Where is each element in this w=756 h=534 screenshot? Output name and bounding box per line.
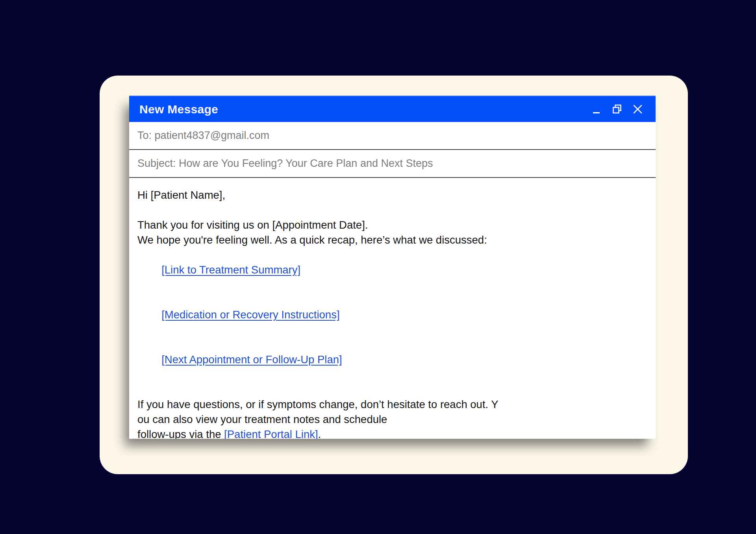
- treatment-summary-link[interactable]: [Link to Treatment Summary]: [161, 264, 300, 276]
- minimize-icon: [592, 104, 601, 115]
- subject-field[interactable]: Subject: How are You Feeling? Your Care …: [129, 150, 656, 178]
- cream-backdrop-card: New Message: [100, 76, 688, 474]
- window-titlebar[interactable]: New Message: [129, 96, 656, 122]
- restore-button[interactable]: [611, 104, 623, 115]
- close-icon: [632, 104, 643, 115]
- window-title: New Message: [139, 103, 218, 116]
- body-line: If you have questions, or if symptoms ch…: [137, 397, 645, 412]
- body-line: We hope you're feeling well. As a quick …: [137, 233, 645, 248]
- window-controls: [591, 104, 643, 115]
- body-line: Thank you for visiting us on [Appointmen…: [137, 218, 645, 233]
- link-line: [Link to Treatment Summary]: [137, 248, 645, 292]
- restore-icon: [612, 104, 623, 115]
- body-line: follow-ups via the [Patient Portal Link]…: [137, 427, 645, 439]
- body-text-segment: follow-ups via the: [137, 428, 224, 439]
- body-line: ou can also view your treatment notes an…: [137, 412, 645, 427]
- blank-line: [137, 203, 645, 218]
- blank-line: [137, 382, 645, 397]
- to-field-value: To: patient4837@gmail.com: [137, 129, 269, 142]
- patient-portal-link[interactable]: [Patient Portal Link]: [224, 428, 318, 439]
- to-field[interactable]: To: patient4837@gmail.com: [129, 122, 656, 150]
- link-line: [Next Appointment or Follow-Up Plan]: [137, 337, 645, 382]
- subject-field-value: Subject: How are You Feeling? Your Care …: [137, 157, 433, 170]
- message-body-editor[interactable]: Hi [Patient Name], Thank you for visitin…: [129, 178, 656, 439]
- new-message-window: New Message: [129, 96, 656, 439]
- link-line: [Medication or Recovery Instructions]: [137, 292, 645, 337]
- close-button[interactable]: [632, 104, 643, 115]
- medication-instructions-link[interactable]: [Medication or Recovery Instructions]: [161, 309, 339, 321]
- body-text-segment: .: [318, 428, 321, 439]
- greeting-line: Hi [Patient Name],: [137, 188, 645, 203]
- follow-up-plan-link[interactable]: [Next Appointment or Follow-Up Plan]: [161, 353, 342, 366]
- minimize-button[interactable]: [591, 104, 602, 115]
